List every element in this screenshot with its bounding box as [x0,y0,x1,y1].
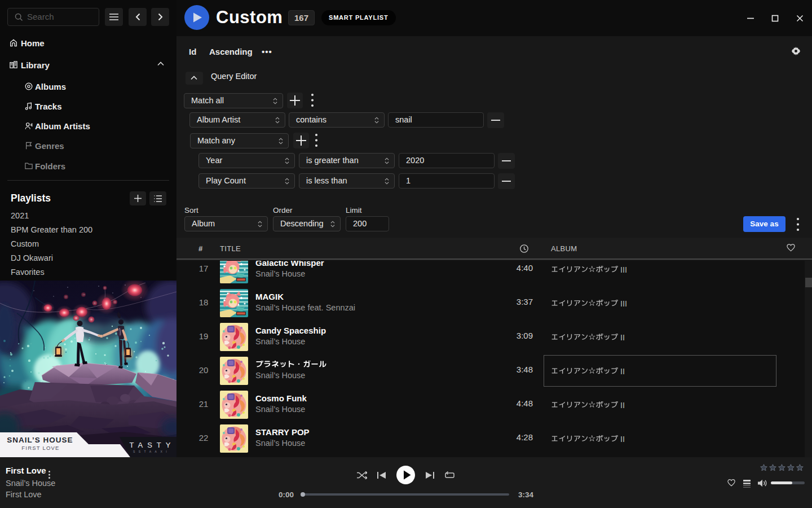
svg-text:FIRST LOVE: FIRST LOVE [21,445,59,451]
svg-text:SSTAAXI: SSTAAXI [133,450,170,453]
svg-text:SNAIL’S HOUSE: SNAIL’S HOUSE [7,436,73,444]
svg-text:TASTY: TASTY [130,441,175,449]
